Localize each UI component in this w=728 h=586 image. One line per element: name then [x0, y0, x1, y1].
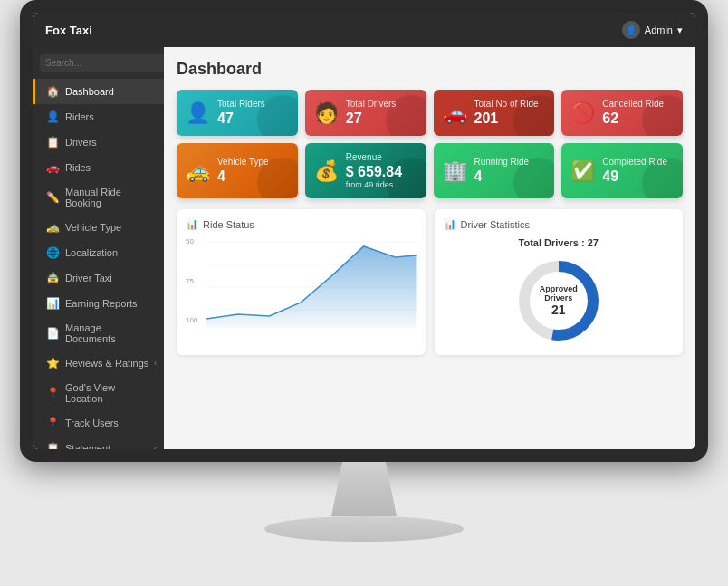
page-title: Dashboard — [177, 60, 683, 79]
sidebar-item-manual-booking[interactable]: ✏️ Manual Ride Booking — [33, 180, 164, 215]
reviews-icon: ⭐ — [46, 357, 59, 370]
vehicle-type-info: Vehicle Type 4 — [217, 157, 269, 185]
running-ride-label: Running Ride — [474, 157, 530, 168]
total-riders-info: Total Riders 47 — [217, 99, 265, 127]
y-label-100: 100 — [186, 316, 197, 324]
topbar: Fox Taxi 👤 Admin ▾ — [33, 13, 695, 47]
search-input[interactable] — [40, 54, 164, 72]
donut-container: Total Drivers : 27 — [444, 237, 675, 346]
sidebar-label-dashboard: Dashboard — [65, 86, 114, 97]
sidebar-item-driver-taxi[interactable]: 🚖 Driver Taxi — [33, 265, 164, 291]
monitor-body: Fox Taxi 👤 Admin ▾ 🔍 🏠 Da — [20, 0, 708, 462]
statement-chevron: ‹ — [154, 444, 157, 449]
driver-stats-title-area: 📊 Driver Statistics — [444, 218, 675, 230]
stat-card-vehicle-type[interactable]: 🚕 Vehicle Type 4 — [177, 143, 298, 198]
bar-chart-icon: 📊 — [186, 218, 198, 230]
sidebar-item-gods-view[interactable]: 📍 God's View Location — [33, 376, 164, 410]
revenue-icon: 💰 — [314, 159, 339, 183]
total-rides-icon: 🚗 — [443, 101, 467, 125]
sidebar-label-vehicle-type: Vehicle Type — [65, 222, 121, 233]
manual-booking-icon: ✏️ — [46, 191, 59, 204]
app-layout: 🔍 🏠 Dashboard 👤 Riders 📋 Drivers — [33, 47, 695, 449]
charts-row: 📊 Ride Status 100 75 50 — [177, 209, 683, 355]
cancelled-ride-icon: 🚫 — [570, 101, 595, 125]
reviews-chevron: ‹ — [154, 359, 157, 368]
vehicle-type-icon: 🚕 — [46, 221, 59, 234]
vehicle-type-stat-label: Vehicle Type — [217, 157, 269, 168]
sidebar-item-vehicle-type[interactable]: 🚕 Vehicle Type — [33, 215, 164, 240]
revenue-label: Revenue — [346, 152, 402, 163]
sidebar-label-drivers: Drivers — [65, 137, 97, 148]
driver-stats-total: Total Drivers : 27 — [519, 237, 599, 248]
earning-reports-icon: 📊 — [46, 297, 59, 310]
admin-label: Admin — [645, 24, 673, 35]
total-rides-info: Total No of Ride 201 — [474, 99, 539, 127]
monitor-screen: Fox Taxi 👤 Admin ▾ 🔍 🏠 Da — [33, 13, 695, 449]
stat-card-total-riders[interactable]: 👤 Total Riders 47 — [177, 90, 298, 136]
total-riders-icon: 👤 — [186, 101, 210, 125]
sidebar-label-manual-booking: Manual Ride Booking — [65, 187, 153, 208]
approved-drivers-value: 21 — [536, 303, 581, 317]
completed-ride-info: Completed Ride 49 — [602, 157, 667, 185]
sidebar-label-rides: Rides — [65, 162, 91, 173]
y-label-50: 50 — [186, 237, 197, 245]
sidebar-item-track-users[interactable]: 📍 Track Users — [33, 410, 164, 436]
drivers-icon: 📋 — [46, 136, 59, 149]
completed-ride-icon: ✅ — [570, 159, 595, 183]
cancelled-ride-info: Cancelled Ride 62 — [602, 99, 664, 127]
sidebar-label-earning-reports: Earning Reports — [65, 298, 138, 309]
driver-stats-title: Driver Statistics — [461, 219, 530, 230]
sidebar-item-dashboard[interactable]: 🏠 Dashboard — [33, 79, 164, 104]
stat-card-completed-ride[interactable]: ✅ Completed Ride 49 — [561, 143, 683, 198]
total-rides-value: 201 — [474, 110, 539, 127]
completed-ride-label: Completed Ride — [602, 157, 667, 168]
stats-grid: 👤 Total Riders 47 🧑 Total Drivers 27 — [177, 90, 683, 198]
sidebar-label-localization: Localization — [65, 247, 118, 258]
sidebar-item-localization[interactable]: 🌐 Localization — [33, 240, 164, 265]
running-ride-value: 4 — [474, 168, 530, 185]
completed-ride-value: 49 — [602, 168, 667, 185]
revenue-sub: from 49 rides — [346, 180, 402, 189]
sidebar-label-driver-taxi: Driver Taxi — [65, 273, 112, 283]
monitor-stand-base — [264, 516, 464, 542]
total-drivers-info: Total Drivers 27 — [346, 99, 397, 127]
sidebar-item-drivers[interactable]: 📋 Drivers — [33, 130, 164, 155]
driver-stats-chart-card: 📊 Driver Statistics Total Drivers : 27 — [435, 209, 684, 355]
sidebar-label-track-users: Track Users — [65, 418, 119, 428]
sidebar-item-statement[interactable]: 📋 Statement ‹ — [33, 436, 164, 449]
stat-card-total-rides[interactable]: 🚗 Total No of Ride 201 — [434, 90, 555, 136]
dashboard-icon: 🏠 — [46, 85, 59, 98]
donut-wrapper: Approved Drivers 21 — [513, 255, 604, 346]
manage-docs-icon: 📄 — [46, 327, 59, 340]
sidebar-item-riders[interactable]: 👤 Riders — [33, 104, 164, 130]
admin-chevron: ▾ — [677, 24, 683, 36]
track-users-icon: 📍 — [46, 417, 59, 429]
stat-card-running-ride[interactable]: 🏢 Running Ride 4 — [434, 143, 555, 198]
vehicle-type-stat-icon: 🚕 — [186, 159, 210, 183]
stat-card-cancelled-ride[interactable]: 🚫 Cancelled Ride 62 — [561, 90, 683, 136]
rides-icon: 🚗 — [46, 161, 59, 174]
running-ride-icon: 🏢 — [443, 159, 467, 183]
stat-card-revenue[interactable]: 💰 Revenue $ 659.84 from 49 rides — [305, 143, 426, 198]
sidebar-item-reviews[interactable]: ⭐ Reviews & Ratings ‹ — [33, 351, 164, 376]
riders-icon: 👤 — [46, 110, 59, 123]
sidebar: 🔍 🏠 Dashboard 👤 Riders 📋 Drivers — [33, 47, 164, 449]
sidebar-item-rides[interactable]: 🚗 Rides — [33, 155, 164, 180]
sidebar-label-gods-view: God's View Location — [65, 382, 153, 404]
total-riders-label: Total Riders — [217, 99, 265, 110]
sidebar-search-container: 🔍 — [33, 47, 164, 79]
sidebar-item-earning-reports[interactable]: 📊 Earning Reports — [33, 291, 164, 316]
total-drivers-value: 27 — [346, 110, 397, 127]
approved-drivers-label: Approved Drivers — [536, 284, 581, 303]
sidebar-label-reviews: Reviews & Ratings — [65, 358, 148, 369]
ride-status-chart-area: 100 75 50 — [186, 237, 417, 328]
admin-area[interactable]: 👤 Admin ▾ — [622, 21, 683, 39]
main-content: Dashboard 👤 Total Riders 47 🧑 — [164, 47, 695, 449]
total-drivers-icon: 🧑 — [314, 101, 339, 125]
sidebar-label-manage-docs: Manage Documents — [65, 322, 153, 344]
total-riders-value: 47 — [217, 110, 265, 127]
stat-card-total-drivers[interactable]: 🧑 Total Drivers 27 — [305, 90, 426, 136]
running-ride-info: Running Ride 4 — [474, 157, 530, 185]
sidebar-item-manage-docs[interactable]: 📄 Manage Documents — [33, 316, 164, 351]
driver-stats-icon: 📊 — [444, 218, 456, 230]
